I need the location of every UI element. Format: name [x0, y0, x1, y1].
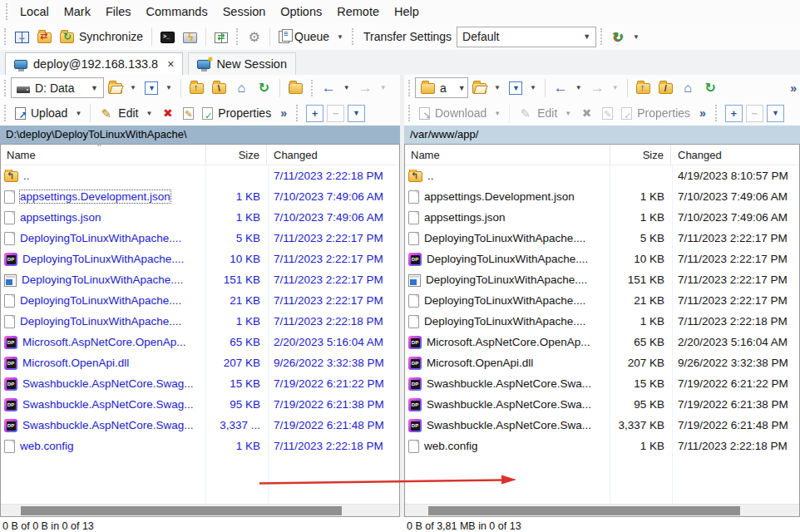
edit-button[interactable]: ✎ Edit ▼: [95, 104, 156, 123]
scrollbar-thumb[interactable]: [21, 506, 342, 515]
menu-options[interactable]: Options: [273, 0, 329, 23]
toolbar-grip[interactable]: [236, 28, 239, 45]
remote-path-bar[interactable]: /var/www/app/: [404, 126, 800, 144]
refresh-button[interactable]: ↻: [253, 78, 275, 97]
file-row[interactable]: appsettings.Development.json1 KB7/10/202…: [1, 186, 399, 207]
file-row[interactable]: web.config1 KB7/11/2023 2:22:18 PM: [405, 436, 799, 456]
parent-dir-row[interactable]: ..7/11/2023 2:22:18 PM: [1, 165, 399, 186]
column-header-size[interactable]: Size: [205, 145, 267, 165]
add-to-selection-button[interactable]: +: [725, 105, 743, 122]
file-row[interactable]: DeployingToLinuxWithApache....151 KB7/11…: [1, 269, 399, 290]
menu-commands[interactable]: Commands: [139, 0, 215, 23]
file-row[interactable]: DPDeployingToLinuxWithApache....10 KB7/1…: [1, 249, 399, 269]
toolbar-grip[interactable]: [352, 28, 354, 45]
column-header-size[interactable]: Size: [610, 145, 671, 165]
menu-files[interactable]: Files: [98, 0, 139, 23]
menu-remote[interactable]: Remote: [329, 0, 387, 23]
queue-button[interactable]: Queue ▼: [274, 27, 348, 46]
synchronize-browsing-button[interactable]: [33, 28, 56, 46]
toolbar-grip[interactable]: [4, 28, 7, 45]
menu-mark[interactable]: Mark: [57, 0, 98, 23]
remove-from-selection-button[interactable]: −: [746, 105, 763, 122]
menu-local[interactable]: Local: [12, 0, 57, 23]
refresh-button[interactable]: ↻: [699, 78, 722, 97]
directory-tree-button[interactable]: [284, 79, 307, 96]
toolbar-grip[interactable]: [4, 80, 7, 96]
file-row[interactable]: DPMicrosoft.AspNetCore.OpenAp...65 KB2/2…: [1, 332, 399, 352]
file-row[interactable]: DeployingToLinuxWithApache....21 KB7/11/…: [405, 290, 799, 311]
toolbar-grip[interactable]: [715, 105, 718, 121]
parent-dir-row[interactable]: ..4/19/2023 8:10:57 PM: [405, 165, 799, 186]
synchronize-button[interactable]: Synchronize: [56, 27, 147, 46]
properties-button[interactable]: Properties: [198, 104, 275, 122]
transfer-mode-button[interactable]: ↻ ▼: [607, 27, 644, 47]
menu-help[interactable]: Help: [387, 0, 427, 23]
open-terminal-button[interactable]: [156, 27, 179, 46]
scrollbar-thumb[interactable]: [428, 506, 740, 515]
open-console-button[interactable]: [179, 28, 201, 46]
upload-button[interactable]: Upload ▼: [11, 104, 86, 122]
delete-button[interactable]: ✖: [575, 104, 598, 123]
file-row[interactable]: DeployingToLinuxWithApache....1 KB7/11/2…: [1, 311, 399, 332]
root-directory-button[interactable]: [654, 79, 677, 96]
rename-button[interactable]: [179, 104, 198, 122]
back-button[interactable]: ←▼: [318, 78, 354, 97]
close-icon[interactable]: ×: [167, 57, 174, 71]
forward-button[interactable]: →▼: [354, 78, 391, 97]
home-directory-button[interactable]: ⌂: [230, 78, 253, 97]
file-row[interactable]: appsettings.Development.json1 KB7/10/202…: [405, 186, 799, 207]
toolbar-grip[interactable]: [600, 28, 603, 45]
selection-filter-button[interactable]: ▼: [767, 105, 784, 122]
filter-button[interactable]: ▼: [505, 78, 541, 97]
file-row[interactable]: DPSwashbuckle.AspNetCore.Swag...3,337 ..…: [1, 415, 399, 436]
column-header-changed[interactable]: Changed: [671, 149, 722, 161]
selection-filter-button[interactable]: ▼: [348, 105, 365, 122]
menu-session[interactable]: Session: [215, 0, 274, 23]
download-button[interactable]: Download ▼: [415, 104, 505, 122]
toolbar-grip[interactable]: [296, 105, 299, 121]
column-header-changed[interactable]: Changed: [267, 149, 318, 161]
session-tab-active[interactable]: deploy@192.168.133.8 ×: [5, 52, 183, 75]
toolbar-grip[interactable]: [6, 3, 8, 20]
properties-button[interactable]: Properties: [617, 104, 694, 122]
file-row[interactable]: DPSwashbuckle.AspNetCore.Swa...95 KB7/19…: [405, 394, 799, 415]
file-row[interactable]: DPDeployingToLinuxWithApache....10 KB7/1…: [405, 249, 799, 269]
overflow-chevron-icon[interactable]: »: [280, 106, 287, 120]
file-row[interactable]: DPSwashbuckle.AspNetCore.Swa...3,337 KB7…: [405, 415, 799, 436]
local-path-bar[interactable]: D:\deploy\DeployToLinuxWithApache\: [0, 126, 400, 144]
toolbar-grip[interactable]: [4, 105, 7, 121]
parent-directory-button[interactable]: [185, 79, 208, 96]
back-button[interactable]: ←▼: [550, 78, 586, 97]
preferences-button[interactable]: ⚙: [243, 27, 265, 47]
file-row[interactable]: DeployingToLinuxWithApache....5 KB7/11/2…: [405, 228, 799, 249]
rename-button[interactable]: [598, 104, 617, 122]
column-header-name[interactable]: Name: [405, 149, 610, 161]
open-directory-button[interactable]: ▼: [104, 79, 141, 96]
filter-button[interactable]: ▼: [141, 78, 176, 97]
new-session-tab[interactable]: New Session: [188, 52, 296, 75]
horizontal-scrollbar[interactable]: [405, 504, 799, 516]
file-row[interactable]: DeployingToLinuxWithApache....5 KB7/11/2…: [1, 228, 399, 249]
forward-button[interactable]: →▼: [586, 78, 623, 97]
toolbar-grip[interactable]: [408, 80, 411, 96]
parent-directory-button[interactable]: [632, 79, 654, 96]
file-row[interactable]: DeployingToLinuxWithApache....151 KB7/11…: [405, 269, 799, 290]
file-row[interactable]: DPSwashbuckle.AspNetCore.Swa...15 KB7/19…: [405, 373, 799, 394]
toolbar-grip[interactable]: [311, 80, 314, 96]
file-row[interactable]: appsettings.json1 KB7/10/2023 7:49:06 AM: [405, 207, 799, 228]
add-to-selection-button[interactable]: +: [306, 105, 323, 122]
file-row[interactable]: DPMicrosoft.OpenApi.dll207 KB9/26/2022 3…: [405, 352, 799, 373]
remote-directory-combo[interactable]: a ▼: [415, 77, 468, 98]
open-directory-button[interactable]: ▼: [468, 79, 505, 96]
drive-combo[interactable]: D: Data ▼: [11, 77, 104, 98]
file-row[interactable]: DPMicrosoft.OpenApi.dll207 KB9/26/2022 3…: [1, 352, 399, 373]
column-header-name[interactable]: Name: [1, 149, 205, 161]
home-directory-button[interactable]: ⌂: [677, 78, 699, 97]
file-row[interactable]: appsettings.json1 KB7/10/2023 7:49:06 AM: [1, 207, 399, 228]
root-directory-button[interactable]: [208, 79, 230, 96]
toolbar-grip[interactable]: [408, 105, 411, 121]
file-row[interactable]: DPSwashbuckle.AspNetCore.Swag...95 KB7/1…: [1, 394, 399, 415]
remove-from-selection-button[interactable]: −: [327, 105, 344, 122]
delete-button[interactable]: ✖: [156, 104, 179, 123]
horizontal-scrollbar[interactable]: [1, 504, 399, 516]
